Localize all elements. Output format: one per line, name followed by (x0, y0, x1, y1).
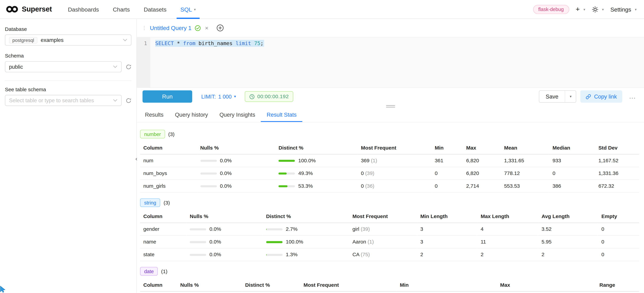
col-header: Nulls % (177, 279, 242, 292)
sql-table-name: birth_names (196, 40, 236, 46)
stat-cell: 1965-01-01T03:00:00.000Z (497, 292, 596, 293)
stat-column-name: num_girls (140, 180, 197, 192)
elapsed-time: 00:00:00.192 (257, 94, 289, 99)
tab-results[interactable]: Results (139, 108, 169, 122)
toolbar-right: Save ▾ Copy link … (539, 90, 638, 103)
close-tab-icon[interactable]: × (205, 24, 208, 31)
clock-icon (250, 94, 255, 99)
distinct-progress-bar (266, 241, 282, 243)
most-frequent-cell: CA (75) (349, 248, 417, 261)
query-valid-check-icon (195, 25, 201, 31)
stat-cell: 672.32 (595, 180, 639, 192)
most-frequent-cell: 369 (1) (358, 154, 432, 167)
more-options-button[interactable]: … (626, 92, 638, 100)
col-header: Most Frequent (349, 210, 417, 223)
col-header: Min Length (417, 210, 477, 223)
distinct-progress-bar (278, 185, 295, 187)
table-schema-label: See table schema (5, 87, 132, 92)
refresh-schema-icon[interactable] (126, 64, 132, 70)
schema-select[interactable]: public (5, 61, 122, 72)
sql-keyword: SELECT (155, 40, 174, 46)
most-frequent-cell: 1965-01-01T00:00:00 (75) (300, 292, 396, 293)
tab-query-history[interactable]: Query history (169, 108, 214, 122)
query-tab-title: Untitled Query 1 (150, 24, 192, 31)
editor-toolbar: Run LIMIT: 1 000 ▾ 00:00:00.192 (137, 88, 644, 105)
limit-dropdown[interactable]: LIMIT: 1 000 ▾ (201, 94, 236, 100)
limit-value: 1 000 (218, 94, 232, 100)
stat-cell: 0 (598, 248, 639, 261)
stat-cell: 1,331.65 (501, 154, 549, 167)
col-header: Min (396, 279, 497, 292)
date-column-count: (1) (161, 268, 167, 274)
result-stats-panel[interactable]: number (3) Column Nulls % Distinct % Mos… (137, 122, 644, 293)
theme-toggle-button[interactable]: ▾ (592, 6, 604, 12)
chevron-down-icon: ▾ (234, 94, 236, 98)
limit-label: LIMIT: (201, 94, 216, 100)
refresh-tables-icon[interactable] (126, 98, 132, 103)
string-column-count: (3) (164, 200, 170, 206)
stat-column-name: ds (140, 292, 177, 293)
table-row: state 0.0% 1.3% CA (75) 2 2 2 0 (140, 248, 639, 261)
stat-cell: same day (596, 292, 639, 293)
col-header: Column (140, 142, 197, 154)
nav-sql[interactable]: SQL ▾ (174, 0, 203, 19)
stat-cell: 6,820 (463, 167, 501, 180)
string-stats-table: Column Nulls % Distinct % Most Frequent … (140, 210, 639, 261)
chevron-down-icon: ▾ (584, 7, 585, 11)
settings-menu[interactable]: Settings ▾ (610, 6, 637, 12)
nav-charts[interactable]: Charts (106, 0, 137, 19)
stat-column-name: num (140, 154, 197, 167)
table-row: num_boys 0.0% 49.3% 0 (39) 0 6,820 778.1… (140, 167, 639, 180)
database-select[interactable]: postgresql examples (5, 34, 132, 46)
save-button[interactable]: Save (539, 91, 565, 102)
panel-resize-handle[interactable] (137, 105, 644, 108)
col-header: Nulls % (197, 142, 275, 154)
query-tab[interactable]: ⋮ Untitled Query 1 × (142, 24, 208, 31)
nav-dashboards[interactable]: Dashboards (61, 0, 106, 19)
stat-cell: 0 (432, 167, 463, 180)
nav-datasets[interactable]: Datasets (137, 0, 174, 19)
nav-sql-label: SQL (180, 6, 192, 12)
number-stats-table: Column Nulls % Distinct % Most Frequent … (140, 142, 639, 192)
new-query-tab-button[interactable] (216, 24, 224, 32)
chevron-down-icon (113, 99, 118, 102)
tab-result-stats[interactable]: Result Stats (261, 108, 302, 122)
col-header: Distinct % (242, 279, 300, 292)
col-header: Max (463, 142, 501, 154)
run-button[interactable]: Run (142, 90, 192, 103)
editor-code-area[interactable]: SELECT * from birth_names limit 75; (150, 37, 644, 88)
save-dropdown-button[interactable]: ▾ (565, 91, 576, 102)
sql-number: 75 (251, 40, 260, 46)
copy-link-label: Copy link (594, 94, 617, 100)
stat-column-name: state (140, 248, 186, 261)
col-header: Nulls % (186, 210, 263, 223)
copy-link-button[interactable]: Copy link (580, 90, 622, 103)
col-header: Max Length (477, 210, 538, 223)
sqllab-layout: Database postgresql examples Schema publ… (0, 19, 644, 293)
chevron-down-icon (123, 39, 127, 42)
stat-column-name: gender (140, 223, 186, 236)
code-line: SELECT * from birth_names limit 75; (155, 40, 644, 46)
table-select[interactable]: Select table or type to search tables (5, 95, 122, 106)
collapse-sidebar-button[interactable]: ‹ (133, 154, 140, 162)
col-header: Empty (598, 210, 639, 223)
stat-cell: 2 (417, 248, 477, 261)
chevron-down-icon (113, 65, 118, 68)
table-row: gender 0.0% 2.7% girl (39) 3 4 3.52 0 (140, 223, 639, 236)
stat-cell: 361 (432, 154, 463, 167)
sql-editor[interactable]: 1 SELECT * from birth_names limit 75; (137, 37, 644, 88)
tab-drag-handle-icon[interactable]: ⋮ (142, 25, 147, 31)
nulls-progress-bar (200, 185, 217, 187)
query-timer-badge: 00:00:00.192 (245, 91, 293, 102)
most-frequent-cell: 0 (39) (358, 167, 432, 180)
database-type-tag: postgresql (9, 37, 37, 44)
distinct-progress-bar (278, 172, 295, 174)
new-item-button[interactable]: + ▾ (576, 5, 585, 13)
stat-cell: 1,167.52 (595, 154, 639, 167)
superset-brand[interactable]: Superset (6, 5, 52, 14)
brand-name: Superset (22, 5, 52, 14)
tab-query-insights[interactable]: Query Insights (214, 108, 261, 122)
stat-cell: 1,331.36 (595, 167, 639, 180)
sidebar-divider (5, 80, 132, 81)
nulls-progress-bar (190, 241, 206, 243)
